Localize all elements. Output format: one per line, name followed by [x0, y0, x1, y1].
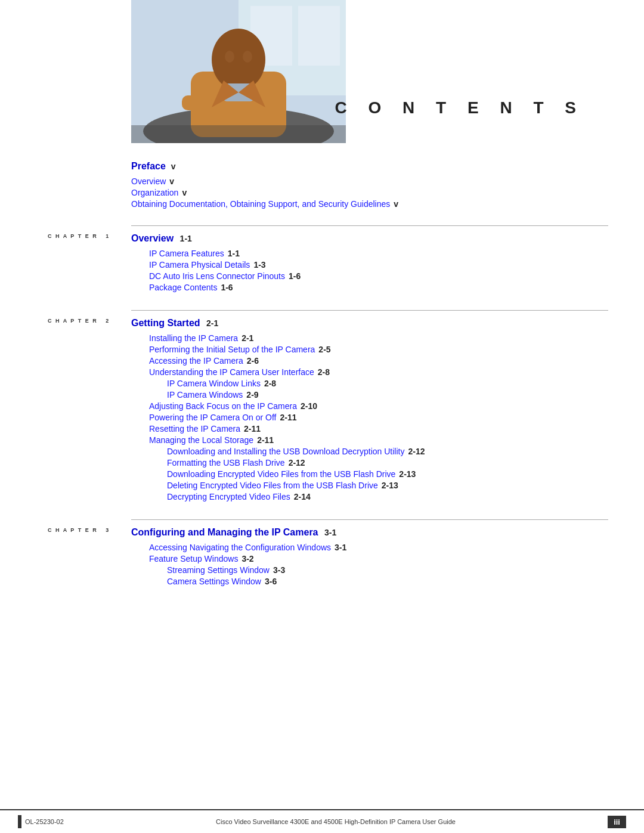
- ch3-item-3: Camera Settings Window 3-6: [167, 577, 608, 586]
- svg-rect-12: [182, 95, 212, 110]
- preface-section: Preface v Overview v Organization v Obta…: [131, 161, 608, 209]
- ch2-item-1: Performing the Initial Setup of the IP C…: [149, 345, 608, 354]
- chapter-3-page: 3-1: [324, 528, 336, 537]
- ch3-item-0: Accessing Navigating the Configuration W…: [149, 543, 608, 552]
- ch2-link-6[interactable]: Adjusting Back Focus on the IP Camera: [149, 401, 297, 411]
- svg-rect-3: [298, 6, 340, 66]
- chapter-3-heading: Configuring and Managing the IP Camera: [131, 527, 318, 537]
- obtaining-docs-link[interactable]: Obtaining Documentation, Obtaining Suppo…: [131, 199, 390, 209]
- ch2-link-13[interactable]: Deleting Encrypted Video Files from the …: [167, 481, 378, 490]
- overview-link[interactable]: Overview: [131, 176, 166, 186]
- chapter-3-section: C H A P T E R 3 Configuring and Managing…: [131, 519, 608, 586]
- svg-point-6: [212, 29, 265, 91]
- ch2-link-10[interactable]: Downloading and Installing the USB Downl…: [167, 447, 404, 456]
- ch2-item-5: IP Camera Windows 2-9: [167, 390, 608, 400]
- chapter-1-section: C H A P T E R 1 Overview 1-1 IP Camera F…: [131, 225, 608, 292]
- contents-title: C O N T E N T S: [335, 98, 584, 117]
- ch2-item-3: Understanding the IP Camera User Interfa…: [149, 367, 608, 377]
- ch2-item-11: Formatting the USB Flash Drive 2-12: [167, 458, 608, 467]
- page-container: C O N T E N T S Preface v Overview v Org…: [0, 0, 644, 833]
- svg-point-8: [243, 51, 252, 63]
- obtaining-docs-page: v: [394, 199, 398, 209]
- ch2-item-8: Resetting the IP Camera 2-11: [149, 424, 608, 433]
- chapter-2-page: 2-1: [206, 318, 218, 328]
- chapter-1-label: C H A P T E R 1: [48, 233, 110, 239]
- chapter-3-title-row: Configuring and Managing the IP Camera 3…: [131, 527, 608, 538]
- ch2-item-12: Downloading Encrypted Video Files from t…: [167, 469, 608, 479]
- ch2-link-4[interactable]: IP Camera Window Links: [167, 379, 261, 388]
- chapter-3-label: C H A P T E R 3: [48, 527, 110, 533]
- ch2-item-9: Managing the Local Storage 2-11: [149, 435, 608, 445]
- ch3-link-0[interactable]: Accessing Navigating the Configuration W…: [149, 543, 331, 552]
- footer-page-number: iii: [608, 816, 626, 828]
- ch1-item-2: DC Auto Iris Lens Connector Pinouts 1-6: [149, 271, 608, 281]
- ch1-link-0[interactable]: IP Camera Features: [149, 249, 224, 258]
- ch2-link-9[interactable]: Managing the Local Storage: [149, 435, 253, 445]
- chapter-2-section: C H A P T E R 2 Getting Started 2-1 Inst…: [131, 310, 608, 501]
- ch2-link-2[interactable]: Accessing the IP Camera: [149, 356, 243, 366]
- preface-title: Preface: [131, 161, 166, 171]
- footer: OL-25230-02 Cisco Video Surveillance 430…: [0, 809, 644, 833]
- ch2-item-0: Installing the IP Camera 2-1: [149, 333, 608, 343]
- ch2-item-10: Downloading and Installing the USB Downl…: [167, 447, 608, 456]
- ch2-item-7: Powering the IP Camera On or Off 2-11: [149, 413, 608, 422]
- preface-page: v: [171, 162, 176, 171]
- footer-center-text: Cisco Video Surveillance 4300E and 4500E…: [216, 818, 456, 825]
- main-content: Preface v Overview v Organization v Obta…: [131, 161, 608, 604]
- header-image: [131, 0, 346, 143]
- footer-bar: [18, 815, 21, 828]
- ch2-link-12[interactable]: Downloading Encrypted Video Files from t…: [167, 469, 395, 479]
- ch3-link-2[interactable]: Streaming Settings Window: [167, 565, 270, 575]
- ch3-item-2: Streaming Settings Window 3-3: [167, 565, 608, 575]
- ch2-item-4: IP Camera Window Links 2-8: [167, 379, 608, 388]
- ch2-item-14: Decrypting Encrypted Video Files 2-14: [167, 492, 608, 501]
- toc-obtaining-docs: Obtaining Documentation, Obtaining Suppo…: [131, 199, 608, 209]
- chapter-2-heading: Getting Started: [131, 318, 200, 328]
- preface-heading: Preface v: [131, 161, 608, 172]
- ch2-link-3[interactable]: Understanding the IP Camera User Interfa…: [149, 367, 314, 377]
- organization-link[interactable]: Organization: [131, 188, 178, 197]
- toc-overview: Overview v: [131, 176, 608, 186]
- ch2-link-7[interactable]: Powering the IP Camera On or Off: [149, 413, 276, 422]
- ch2-link-0[interactable]: Installing the IP Camera: [149, 333, 238, 343]
- ch2-link-11[interactable]: Formatting the USB Flash Drive: [167, 458, 285, 467]
- footer-right: iii: [608, 816, 626, 828]
- ch3-item-1: Feature Setup Windows 3-2: [149, 554, 608, 563]
- footer-left: OL-25230-02: [18, 815, 64, 828]
- ch2-link-1[interactable]: Performing the Initial Setup of the IP C…: [149, 345, 315, 354]
- chapter-2-title-row: Getting Started 2-1: [131, 318, 608, 329]
- svg-rect-13: [131, 125, 346, 143]
- ch1-link-1[interactable]: IP Camera Physical Details: [149, 260, 250, 270]
- ch1-item-3: Package Contents 1-6: [149, 283, 608, 292]
- ch1-link-2[interactable]: DC Auto Iris Lens Connector Pinouts: [149, 271, 285, 281]
- organization-page: v: [182, 188, 187, 197]
- overview-page: v: [169, 176, 174, 186]
- ch1-link-3[interactable]: Package Contents: [149, 283, 217, 292]
- ch3-link-3[interactable]: Camera Settings Window: [167, 577, 261, 586]
- chapter-1-page: 1-1: [180, 234, 192, 243]
- ch2-item-13: Deleting Encrypted Video Files from the …: [167, 481, 608, 490]
- ch2-link-5[interactable]: IP Camera Windows: [167, 390, 243, 400]
- chapter-2-label: C H A P T E R 2: [48, 318, 110, 324]
- chapter-1-heading: Overview: [131, 233, 174, 243]
- footer-doc-number: OL-25230-02: [25, 818, 64, 825]
- ch3-link-1[interactable]: Feature Setup Windows: [149, 554, 238, 563]
- ch1-item-0: IP Camera Features 1-1: [149, 249, 608, 258]
- chapter-1-title-row: Overview 1-1: [131, 233, 608, 244]
- svg-point-7: [225, 51, 234, 63]
- toc-organization: Organization v: [131, 188, 608, 197]
- ch2-item-2: Accessing the IP Camera 2-6: [149, 356, 608, 366]
- ch2-item-6: Adjusting Back Focus on the IP Camera 2-…: [149, 401, 608, 411]
- ch2-link-14[interactable]: Decrypting Encrypted Video Files: [167, 492, 290, 501]
- person-photo: [131, 0, 346, 143]
- ch2-link-8[interactable]: Resetting the IP Camera: [149, 424, 240, 433]
- ch1-item-1: IP Camera Physical Details 1-3: [149, 260, 608, 270]
